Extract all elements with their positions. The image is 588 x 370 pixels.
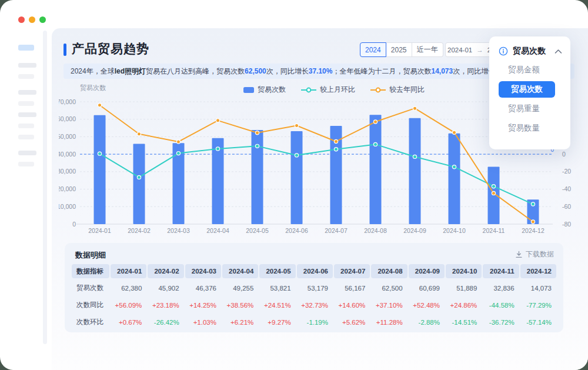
sidebar-item-active[interactable]: [18, 45, 34, 51]
x-axis-label: 2024-07: [325, 227, 348, 234]
metric-option[interactable]: 贸易数量: [497, 120, 562, 136]
table-value-cell: -1.19%: [297, 319, 333, 326]
left-axis-tick: 60,000: [59, 115, 76, 122]
line-marker: [452, 165, 456, 169]
legend-item[interactable]: 较去年同比: [370, 85, 425, 95]
sidebar-item[interactable]: [18, 101, 34, 106]
sidebar-scrollbar[interactable]: [43, 31, 47, 344]
sidebar-item[interactable]: [18, 124, 34, 128]
x-axis-label: 2024-12: [522, 227, 544, 234]
minimize-button[interactable]: [29, 16, 35, 23]
x-axis-label: 2024-06: [285, 227, 308, 234]
line-marker: [413, 106, 416, 110]
table-value-cell: 53,179: [297, 285, 333, 292]
close-button[interactable]: [18, 16, 25, 23]
info-icon[interactable]: [499, 46, 508, 56]
table-header-cell: 数据指标: [72, 264, 109, 278]
table-value-cell: -2.88%: [409, 319, 445, 326]
table-value-cell: 45,902: [148, 285, 183, 292]
table-value-cell: +1.03%: [185, 319, 221, 326]
metric-option[interactable]: 贸易金额: [497, 62, 562, 78]
legend-line-swatch: [370, 87, 386, 93]
sidebar-item[interactable]: [18, 74, 34, 79]
table-value-cell: +38.56%: [222, 302, 258, 309]
sidebar: [18, 45, 42, 173]
table-header-cell: 2024-05: [259, 264, 295, 278]
line-marker: [452, 131, 456, 134]
page-title: 产品贸易趋势: [72, 41, 149, 57]
sidebar-item[interactable]: [18, 63, 36, 68]
data-detail-card: 数据明细 下载数据 数据指标2024-012024-022024-032024-…: [65, 243, 563, 332]
download-data-button[interactable]: 下载数据: [515, 249, 554, 259]
sidebar-item[interactable]: [18, 162, 34, 166]
table-value-cell: -44.58%: [483, 302, 519, 309]
legend-label: 较上月环比: [320, 85, 355, 95]
window-controls: [18, 16, 46, 23]
table-header-cell: 2024-11: [483, 264, 519, 278]
download-icon: [515, 251, 523, 258]
table-row: 次数同比+56.09%+23.18%+14.25%+38.56%+24.51%+…: [72, 296, 556, 314]
table-body: 贸易次数62,38045,90246,37649,25553,82153,179…: [72, 279, 556, 331]
tab-recent-year[interactable]: 近一年: [412, 42, 443, 57]
bar-2024-01: [94, 115, 106, 224]
line-marker: [492, 185, 495, 188]
line-marker: [216, 147, 219, 151]
left-axis-tick: 0: [72, 221, 76, 228]
summary-segment: 次，同比增长: [266, 67, 309, 75]
chevron-up-icon[interactable]: [554, 49, 562, 54]
table-value-cell: -26.42%: [148, 319, 183, 326]
year-filter-group: 2024 2025 近一年: [360, 42, 443, 57]
summary-segment: 2024年，全球: [71, 67, 115, 75]
line-marker: [176, 152, 180, 155]
table-value-cell: +32.73%: [297, 302, 333, 309]
summary-segment: led照明灯: [115, 67, 146, 75]
line-marker: [413, 155, 416, 158]
metric-option[interactable]: 贸易重量: [497, 101, 562, 117]
right-axis-tick: -80: [562, 221, 571, 228]
table-header-cell: 2024-04: [222, 264, 258, 278]
legend-line-swatch: [301, 87, 316, 93]
bar-2024-10: [449, 134, 460, 224]
table-value-cell: 60,699: [409, 285, 445, 292]
right-axis-tick: -40: [562, 185, 571, 192]
metric-dropdown-header[interactable]: 贸易次数: [489, 36, 570, 59]
table-header-cell: 2024-08: [371, 264, 407, 278]
metric-dropdown-panel: 贸易次数 贸易金额贸易次数贸易重量贸易数量: [489, 36, 570, 149]
x-axis-label: 2024-04: [206, 227, 229, 234]
legend-item[interactable]: 较上月环比: [301, 85, 355, 95]
tab-2024[interactable]: 2024: [360, 42, 386, 57]
table-header-cell: 2024-10: [446, 264, 482, 278]
line-marker: [295, 124, 298, 127]
table-value-cell: +6.21%: [222, 319, 258, 326]
sidebar-item[interactable]: [18, 90, 36, 95]
sidebar-item[interactable]: [18, 151, 36, 155]
left-axis-tick: 40,000: [59, 151, 76, 158]
line-marker: [334, 148, 338, 151]
legend-label: 贸易次数: [258, 85, 286, 95]
line-marker: [334, 139, 338, 143]
tab-2025[interactable]: 2025: [386, 42, 412, 57]
arrow-right-icon: →: [476, 46, 483, 54]
sidebar-item[interactable]: [18, 135, 34, 139]
sidebar-item[interactable]: [18, 112, 36, 117]
x-axis-label: 2024-11: [483, 227, 505, 234]
metric-option[interactable]: 贸易次数: [499, 81, 555, 98]
table-value-cell: 62,380: [111, 285, 146, 292]
metric-options-list: 贸易金额贸易次数贸易重量贸易数量: [489, 62, 570, 136]
left-axis-tick: 20,000: [59, 185, 76, 192]
line-marker: [216, 119, 219, 122]
legend-item[interactable]: 贸易次数: [243, 85, 286, 95]
maximize-button[interactable]: [39, 16, 46, 23]
line-series: [100, 105, 533, 222]
table-header-cell: 2024-07: [334, 264, 370, 278]
table-value-cell: +14.25%: [185, 302, 221, 309]
table-header-cell: 2024-02: [148, 264, 183, 278]
row-label-cell: 次数同比: [72, 301, 109, 309]
left-axis-tick: 50,000: [59, 133, 76, 140]
table-value-cell: 51,889: [446, 285, 482, 292]
x-axis-label: 2024-05: [246, 227, 269, 234]
table-row: 贸易次数62,38045,90246,37649,25553,82153,179…: [72, 279, 556, 296]
bar-2024-08: [370, 115, 382, 224]
line-marker: [176, 140, 180, 144]
table-value-cell: +11.28%: [371, 319, 407, 326]
